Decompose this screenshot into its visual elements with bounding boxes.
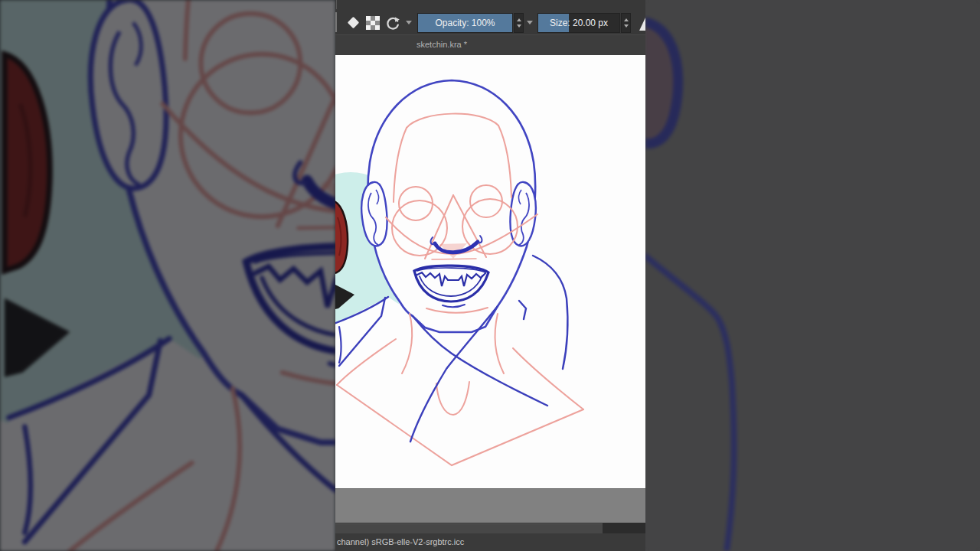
toolbar-edge-sliver	[335, 12, 337, 32]
reload-icon	[385, 15, 400, 31]
scrollbar-handle[interactable]	[335, 523, 603, 533]
backdrop-right	[645, 0, 980, 551]
video-frame: Opacity: 100% Size: 20.00 px sketchin.kr…	[0, 0, 980, 551]
artwork-canvas[interactable]	[335, 55, 645, 488]
opacity-slider-label: Opacity: 100%	[418, 14, 512, 32]
checkerboard-icon	[366, 16, 380, 30]
status-bar: channel) sRGB-elle-V2-srgbtrc.icc	[335, 533, 645, 551]
chevron-down-icon[interactable]	[406, 21, 412, 24]
preserve-alpha-button[interactable]	[366, 16, 380, 30]
triangle-down-icon	[517, 24, 521, 28]
canvas-sketch-art	[335, 55, 645, 488]
toolbar-divider	[336, 0, 337, 9]
canvas-surround	[335, 488, 645, 523]
brush-size-slider-label: Size: 20.00 px	[538, 14, 619, 32]
backdrop-right-dim-overlay	[645, 0, 980, 551]
document-tab-bar: sketchin.kra *	[335, 34, 645, 55]
eraser-mode-button[interactable]	[345, 15, 362, 31]
tab-document-title[interactable]: sketchin.kra *	[416, 40, 467, 49]
opacity-slider[interactable]: Opacity: 100%	[417, 13, 513, 33]
backdrop-left	[0, 0, 335, 551]
size-spinner[interactable]	[621, 13, 631, 33]
brush-size-slider[interactable]: Size: 20.00 px	[537, 13, 620, 33]
krita-app-column: Opacity: 100% Size: 20.00 px sketchin.kr…	[335, 0, 645, 551]
horizontal-scrollbar	[335, 523, 645, 533]
triangle-up-icon	[624, 18, 629, 21]
triangle-down-icon	[624, 24, 629, 28]
triangle-up-icon	[517, 18, 521, 21]
toolbar-clipped-icon	[639, 18, 645, 31]
scrollbar-track-end[interactable]	[603, 523, 645, 533]
opacity-spinner[interactable]	[514, 13, 524, 33]
brush-options-toolbar: Opacity: 100% Size: 20.00 px	[335, 0, 645, 34]
chevron-down-icon[interactable]	[527, 21, 533, 24]
color-profile-status: channel) sRGB-elle-V2-srgbtrc.icc	[337, 537, 464, 546]
reload-preset-button[interactable]	[385, 15, 402, 31]
eraser-icon	[348, 17, 360, 29]
backdrop-left-dim-overlay	[0, 0, 335, 551]
